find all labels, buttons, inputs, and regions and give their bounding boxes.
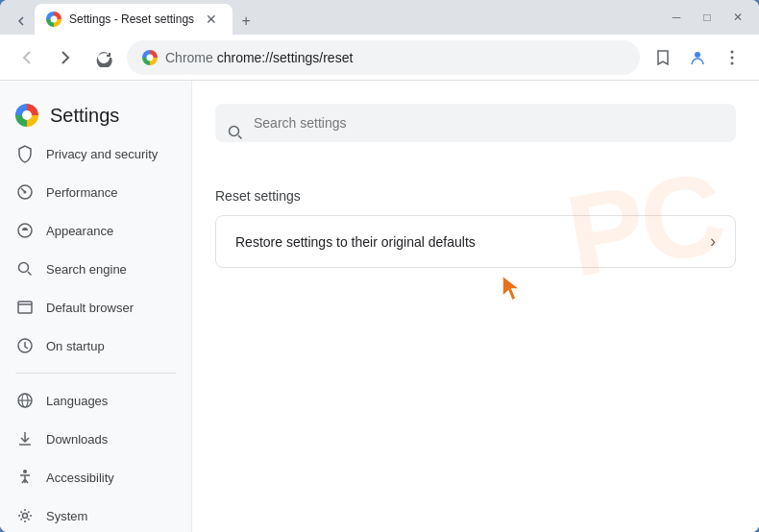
svg-rect-8 [18, 302, 32, 313]
new-tab-button[interactable]: + [233, 8, 259, 35]
active-tab[interactable]: Settings - Reset settings ✕ [35, 4, 233, 35]
svg-point-1 [731, 50, 734, 53]
minimize-button[interactable]: ─ [663, 4, 690, 31]
back-button[interactable] [12, 42, 42, 73]
restore-defaults-item[interactable]: Restore settings to their original defau… [216, 216, 735, 267]
new-tab-back-button[interactable] [8, 8, 35, 35]
svg-point-2 [731, 56, 734, 59]
search-engine-label: Search engine [46, 262, 127, 277]
window-controls: ─ □ ✕ [663, 4, 751, 31]
performance-label: Performance [46, 185, 117, 200]
settings-chrome-icon [15, 104, 38, 127]
search-container [215, 104, 736, 165]
sidebar-item-performance[interactable]: Performance [0, 173, 184, 211]
svg-point-3 [731, 61, 734, 64]
tab-title: Settings - Reset settings [69, 12, 194, 26]
downloads-label: Downloads [46, 432, 108, 447]
chevron-right-icon: › [710, 231, 716, 252]
accessibility-label: Accessibility [46, 471, 114, 485]
cursor-pointer [495, 268, 533, 306]
maximize-button[interactable]: □ [694, 4, 721, 31]
privacy-label: Privacy and security [46, 147, 158, 161]
sidebar-item-search-engine[interactable]: Search engine [0, 250, 184, 288]
settings-title: Settings [50, 105, 119, 127]
site-icon [142, 50, 158, 65]
system-label: System [46, 509, 87, 523]
reset-card: Restore settings to their original defau… [215, 215, 736, 268]
address-bar[interactable]: Chrome chrome://settings/reset [127, 40, 640, 75]
default-browser-label: Default browser [46, 301, 134, 315]
svg-marker-15 [502, 276, 520, 301]
performance-icon [15, 182, 35, 202]
appearance-label: Appearance [46, 224, 113, 238]
restore-defaults-label: Restore settings to their original defau… [235, 234, 476, 250]
sidebar-item-system[interactable]: System [0, 496, 184, 532]
svg-point-0 [695, 52, 700, 58]
content-area: Settings Privacy and security Performanc… [0, 81, 759, 532]
default-browser-icon [15, 298, 35, 317]
close-button[interactable]: ✕ [724, 4, 751, 31]
languages-icon [15, 391, 35, 410]
more-button[interactable] [717, 42, 747, 73]
svg-point-5 [24, 191, 27, 194]
tab-bar: Settings - Reset settings ✕ + [8, 0, 659, 35]
title-bar: Settings - Reset settings ✕ + ─ □ ✕ [0, 0, 759, 35]
sidebar-item-downloads[interactable]: Downloads [0, 420, 184, 458]
sidebar-header: Settings [0, 88, 191, 134]
svg-point-13 [23, 514, 28, 519]
on-startup-label: On startup [46, 339, 105, 353]
on-startup-icon [15, 336, 35, 355]
chrome-label: Chrome [165, 50, 213, 65]
system-icon [15, 506, 35, 525]
svg-point-12 [23, 470, 27, 473]
downloads-icon [15, 429, 35, 448]
sidebar-item-default-browser[interactable]: Default browser [0, 288, 184, 326]
privacy-icon [15, 144, 35, 163]
nav-actions [648, 42, 747, 73]
browser-window: Settings - Reset settings ✕ + ─ □ ✕ Chro… [0, 0, 759, 532]
sidebar-item-languages[interactable]: Languages [0, 381, 184, 420]
refresh-button[interactable] [88, 42, 119, 73]
svg-point-14 [230, 127, 239, 136]
sidebar-divider-1 [15, 373, 176, 374]
address-path: chrome://settings/reset [217, 50, 354, 65]
forward-button[interactable] [50, 42, 81, 73]
sidebar: Settings Privacy and security Performanc… [0, 81, 192, 532]
search-engine-icon [15, 259, 35, 278]
tab-close-button[interactable]: ✕ [202, 10, 221, 29]
main-panel: PC Reset settings Restore settings to th… [192, 81, 759, 532]
tab-favicon [46, 12, 61, 27]
nav-bar: Chrome chrome://settings/reset [0, 35, 759, 81]
appearance-icon [15, 221, 35, 240]
search-icon [227, 124, 244, 145]
sidebar-item-on-startup[interactable]: On startup [0, 326, 184, 365]
bookmark-button[interactable] [648, 42, 678, 73]
sidebar-item-appearance[interactable]: Appearance [0, 211, 184, 250]
sidebar-item-accessibility[interactable]: Accessibility [0, 458, 184, 496]
address-label: Chrome chrome://settings/reset [165, 50, 624, 65]
section-title: Reset settings [215, 188, 736, 204]
svg-point-7 [19, 263, 29, 273]
accessibility-icon [15, 468, 35, 487]
languages-label: Languages [46, 394, 108, 408]
profile-button[interactable] [682, 42, 713, 73]
sidebar-item-privacy-security[interactable]: Privacy and security [0, 134, 184, 173]
search-input[interactable] [215, 104, 736, 142]
